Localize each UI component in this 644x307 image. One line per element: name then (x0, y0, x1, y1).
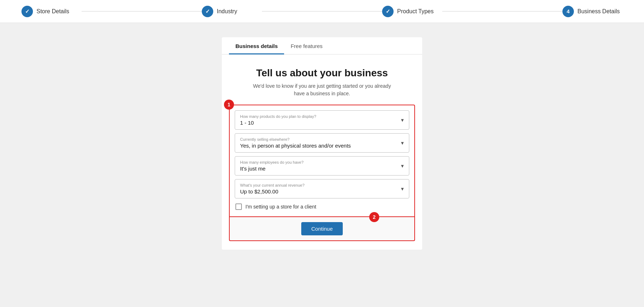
form-border: How many products do you plan to display… (229, 105, 415, 217)
step-business-details: 4 Business Details (562, 6, 623, 17)
page-title: Tell us about your business (236, 67, 408, 79)
step-store-details: ✓ Store Details (21, 6, 82, 17)
selling-elsewhere-label: Currently selling elsewhere? (240, 137, 404, 141)
annual-revenue-value: Up to $2,500.00 (240, 188, 404, 195)
continue-border: Continue (229, 217, 415, 241)
continue-section-wrapper: 2 Continue (229, 217, 415, 241)
client-checkbox-row[interactable]: I'm setting up a store for a client (235, 203, 409, 210)
selling-elsewhere-select[interactable]: Currently selling elsewhere? Yes, in per… (235, 133, 409, 153)
step-product-types-label: Product Types (397, 8, 434, 15)
step-product-types: ✓ Product Types (382, 6, 442, 17)
page-heading: Tell us about your business We'd love to… (222, 54, 422, 105)
form-card: Business details Free features Tell us a… (222, 37, 422, 250)
selling-elsewhere-value: Yes, in person at physical stores and/or… (240, 143, 404, 149)
tab-free-features[interactable]: Free features (284, 37, 329, 54)
step-store-details-label: Store Details (36, 8, 69, 15)
main-content: Business details Free features Tell us a… (0, 23, 644, 307)
step-store-details-icon: ✓ (21, 6, 33, 17)
client-checkbox-label: I'm setting up a store for a client (245, 204, 316, 210)
step-divider-2 (262, 11, 382, 11)
tabs-container: Business details Free features (222, 37, 422, 54)
products-count-select[interactable]: How many products do you plan to display… (235, 110, 409, 130)
employees-label: How many employees do you have? (240, 160, 404, 164)
annual-revenue-arrow-icon: ▼ (400, 186, 405, 192)
step-divider-1 (82, 11, 202, 11)
employees-value: It's just me (240, 166, 404, 172)
page-subtitle: We'd love to know if you are just gettin… (250, 82, 394, 97)
step-industry-icon: ✓ (202, 6, 213, 17)
employees-arrow-icon: ▼ (400, 163, 405, 169)
products-count-label: How many products do you plan to display… (240, 114, 404, 119)
step-business-details-icon: 4 (562, 6, 574, 17)
step-divider-3 (442, 11, 562, 11)
step-industry-label: Industry (217, 8, 237, 15)
stepper: ✓ Store Details ✓ Industry ✓ Product Typ… (0, 0, 644, 23)
step-product-types-icon: ✓ (382, 6, 394, 17)
annual-revenue-label: What's your current annual revenue? (240, 183, 404, 187)
tab-business-details[interactable]: Business details (229, 37, 284, 54)
step-industry: ✓ Industry (202, 6, 262, 17)
badge-1: 1 (224, 100, 234, 110)
annual-revenue-select[interactable]: What's your current annual revenue? Up t… (235, 179, 409, 198)
selling-elsewhere-arrow-icon: ▼ (400, 140, 405, 146)
badge-2: 2 (369, 212, 379, 222)
continue-button[interactable]: Continue (301, 222, 343, 235)
products-count-value: 1 - 10 (240, 120, 404, 126)
step-business-details-label: Business Details (577, 8, 620, 15)
form-section-wrapper: 1 How many products do you plan to displ… (229, 105, 415, 217)
employees-select[interactable]: How many employees do you have? It's jus… (235, 156, 409, 176)
client-checkbox[interactable] (235, 203, 242, 210)
products-count-arrow-icon: ▼ (400, 117, 405, 123)
